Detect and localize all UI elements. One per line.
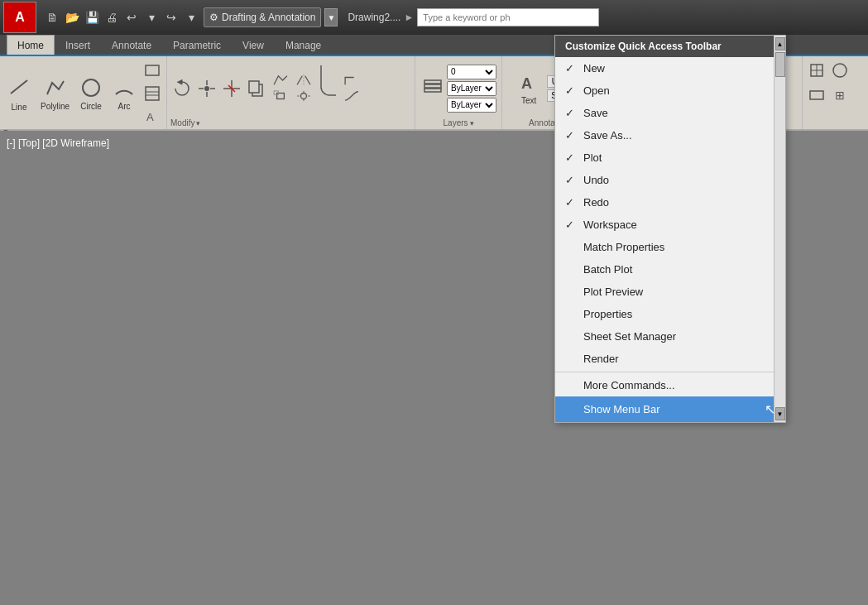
menu-item-properties[interactable]: ✓ Properties: [555, 303, 785, 325]
modify-label-text: Modify: [170, 118, 194, 127]
menu-item-sheetsetmgr[interactable]: ✓ Sheet Set Manager: [555, 325, 785, 348]
layers-dropdown-icon: ▾: [470, 119, 474, 127]
menu-item-morecommands[interactable]: ✓ More Commands...: [555, 374, 785, 396]
arrow-icon: ▼: [327, 13, 335, 22]
new-file-button[interactable]: 🗎: [43, 8, 61, 26]
arc-button[interactable]: Arc: [108, 74, 140, 113]
menu-label-undo: Undo: [583, 174, 609, 186]
scroll-down-button[interactable]: ▼: [775, 407, 785, 420]
tab-home[interactable]: Home: [7, 35, 55, 55]
scroll-up-button[interactable]: ▲: [775, 37, 785, 50]
scrollbar-thumb[interactable]: [775, 52, 785, 77]
polyline-button[interactable]: Polyline: [36, 74, 74, 113]
modify-group-label[interactable]: Modify ▾: [170, 118, 411, 127]
layer-select[interactable]: 0: [447, 65, 496, 79]
line-button[interactable]: Line: [3, 73, 35, 114]
tab-insert[interactable]: Insert: [55, 35, 101, 55]
menu-label-plot: Plot: [583, 151, 602, 164]
text-tool-button[interactable]: A Text: [514, 70, 544, 108]
blend-button[interactable]: [341, 89, 362, 103]
text-button[interactable]: A: [141, 106, 163, 127]
line-icon: [7, 75, 31, 103]
menu-item-save[interactable]: ✓ Save: [555, 102, 785, 124]
rectangle-button[interactable]: [141, 60, 163, 81]
express-btn1[interactable]: [806, 60, 827, 81]
menu-item-saveas[interactable]: ✓ Save As...: [555, 124, 785, 146]
express-btn2[interactable]: [829, 60, 851, 81]
menu-label-matchprops: Match Properties: [583, 241, 664, 253]
layers-items: 0 ByLayer ByLayer: [420, 60, 496, 117]
redo-dropdown[interactable]: ▾: [182, 8, 200, 26]
menu-item-matchprops[interactable]: ✓ Match Properties: [555, 236, 785, 258]
open-file-button[interactable]: 📂: [63, 8, 81, 26]
menu-item-render[interactable]: ✓ Render: [555, 348, 785, 370]
rotate-button[interactable]: [170, 77, 194, 100]
express-tools-buttons: [806, 60, 851, 81]
trim-button[interactable]: [220, 77, 243, 100]
tab-annotate-label: Annotate: [112, 40, 151, 51]
layers-label[interactable]: Layers ▾: [444, 118, 474, 127]
menu-item-open[interactable]: ✓ Open: [555, 79, 785, 102]
undo-dropdown[interactable]: ▾: [142, 8, 161, 26]
save-button[interactable]: 💾: [83, 8, 101, 26]
move-button[interactable]: [195, 77, 218, 100]
dropdown-scrollbar[interactable]: ▲ ▼: [774, 36, 785, 422]
menu-item-undo[interactable]: ✓ Undo: [555, 169, 785, 191]
check-workspace: ✓: [565, 218, 577, 231]
menu-label-properties: Properties: [583, 308, 632, 320]
menu-item-showmenubar[interactable]: ✓ Show Menu Bar ↖: [555, 396, 785, 422]
layers-group: 0 ByLayer ByLayer Layers ▾: [415, 56, 502, 129]
modify-col2: [293, 73, 314, 103]
menu-item-workspace[interactable]: ✓ Workspace: [555, 214, 785, 236]
express-btn3[interactable]: [806, 84, 827, 106]
menu-item-new[interactable]: ✓ New: [555, 57, 785, 79]
mirror-button[interactable]: [293, 73, 314, 88]
hatch-button[interactable]: [141, 83, 163, 104]
linetype-select[interactable]: ByLayer: [447, 98, 496, 113]
menu-label-showmenubar: Show Menu Bar: [583, 403, 660, 415]
menu-label-open: Open: [583, 84, 610, 97]
quick-access-toolbar: 🗎 📂 💾 🖨 ↩ ▾ ↪ ▾: [43, 8, 200, 26]
svg-rect-3: [146, 87, 159, 100]
menu-item-plot[interactable]: ✓ Plot: [555, 146, 785, 169]
undo-button[interactable]: ↩: [122, 8, 141, 26]
menu-item-plotpreview[interactable]: ✓ Plot Preview: [555, 281, 785, 303]
workspace-selector[interactable]: ⚙ Drafting & Annotation: [204, 7, 321, 27]
svg-point-20: [301, 94, 307, 99]
copy-button[interactable]: [245, 77, 268, 100]
workspace-dropdown-arrow[interactable]: ▼: [324, 8, 338, 26]
modify-items: [170, 60, 411, 117]
menu-label-workspace: Workspace: [583, 218, 637, 231]
polyline-icon: [44, 76, 67, 102]
search-input[interactable]: [417, 8, 599, 26]
redo-button[interactable]: ↪: [162, 8, 180, 26]
scale-button[interactable]: [270, 89, 291, 103]
stretch-button[interactable]: [270, 73, 291, 88]
circle-button[interactable]: Circle: [75, 74, 107, 113]
check-save: ✓: [565, 107, 577, 119]
color-select[interactable]: ByLayer: [447, 81, 496, 96]
chamfer-button[interactable]: [341, 73, 362, 88]
plot-button[interactable]: 🖨: [103, 8, 121, 26]
draw-group-items: Line Polyline Circle Arc: [3, 60, 163, 127]
express-btn4[interactable]: ⊞: [829, 84, 851, 106]
menu-item-redo[interactable]: ✓ Redo: [555, 191, 785, 214]
tab-manage[interactable]: Manage: [275, 35, 332, 55]
title-bar: A 🗎 📂 💾 🖨 ↩ ▾ ↪ ▾ ⚙ Drafting & Annotatio…: [0, 0, 868, 35]
tab-annotate[interactable]: Annotate: [101, 35, 162, 55]
modify-col3: [341, 73, 362, 103]
tab-insert-label: Insert: [65, 40, 90, 51]
explode-button[interactable]: [293, 89, 314, 103]
tab-view[interactable]: View: [232, 35, 275, 55]
drawing-name: Drawing2....: [348, 12, 400, 23]
fillet-button[interactable]: [316, 60, 339, 106]
svg-rect-26: [424, 89, 441, 92]
layers-label-text: Layers: [444, 118, 468, 127]
arrow-right-icon: ►: [404, 12, 414, 23]
tab-parametric[interactable]: Parametric: [162, 35, 232, 55]
menu-item-batchplot[interactable]: ✓ Batch Plot: [555, 258, 785, 281]
drawing-title: Drawing2.... ►: [348, 12, 414, 23]
autocad-logo[interactable]: A: [3, 2, 36, 33]
svg-rect-25: [424, 84, 441, 88]
layers-button[interactable]: [420, 76, 445, 101]
